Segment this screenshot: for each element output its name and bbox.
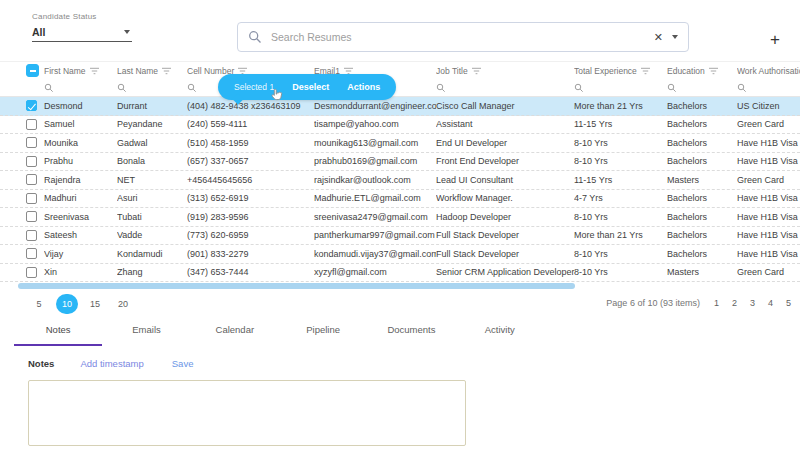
cell: xyzyfl@gmail.com (314, 267, 436, 277)
tab-notes[interactable]: Notes (14, 320, 102, 346)
page-size-option[interactable]: 5 (28, 294, 50, 314)
row-checkbox-cell[interactable] (0, 211, 44, 222)
cell: Have H1B Visa (737, 138, 800, 148)
tab-emails[interactable]: Emails (102, 320, 190, 346)
page-number[interactable]: 1 (714, 298, 719, 308)
cell: Bachelors (667, 212, 737, 222)
row-checkbox[interactable] (26, 193, 37, 204)
row-checkbox[interactable] (26, 100, 37, 111)
row-checkbox-cell[interactable] (0, 119, 44, 130)
cell: rajsindkar@outlook.com (314, 175, 436, 185)
table-row[interactable]: MadhuriAsuri(313) 652-6919Madhurie.ETL@g… (0, 190, 800, 209)
row-checkbox[interactable] (26, 211, 37, 222)
cell: 8-10 Yrs (574, 267, 667, 277)
column-header[interactable]: First Name (44, 66, 117, 76)
column-search-input[interactable] (436, 83, 574, 93)
page-number[interactable]: 3 (750, 298, 755, 308)
row-checkbox[interactable] (26, 137, 37, 148)
chevron-down-icon (124, 30, 130, 34)
candidate-status-filter[interactable]: Candidate Status All (32, 12, 132, 42)
row-checkbox[interactable] (26, 248, 37, 259)
cell: mounikag613@gmail.com (314, 138, 436, 148)
row-checkbox-cell[interactable] (0, 230, 44, 241)
add-candidate-button[interactable]: + (770, 30, 780, 50)
search-input[interactable]: Search Resumes (271, 31, 645, 43)
clear-search-icon[interactable]: ✕ (654, 31, 663, 44)
column-header[interactable]: Education (667, 66, 737, 76)
page-number-list: 12345 (714, 298, 791, 308)
filter-icon[interactable] (90, 67, 99, 75)
page-number[interactable]: 5 (786, 298, 791, 308)
candidate-status-dropdown[interactable]: All (32, 23, 132, 42)
page-size-option[interactable]: 15 (84, 294, 106, 314)
row-checkbox-cell[interactable] (0, 248, 44, 259)
cell: pantherkumar997@gmail.com (314, 230, 436, 240)
row-checkbox[interactable] (26, 174, 37, 185)
table-row[interactable]: SateeshVadde(773) 620-6959pantherkumar99… (0, 227, 800, 246)
column-search-input[interactable] (737, 83, 800, 93)
actions-button[interactable]: Actions (347, 82, 380, 92)
notes-title: Notes (28, 358, 54, 369)
row-checkbox[interactable] (26, 156, 37, 167)
table-row[interactable]: MounikaGadwal(510) 458-1959mounikag613@g… (0, 134, 800, 153)
row-checkbox[interactable] (26, 119, 37, 130)
filter-icon[interactable] (641, 67, 650, 75)
cell: Masters (667, 267, 737, 277)
cell: Have H1B Visa (737, 249, 800, 259)
horizontal-scrollbar[interactable] (18, 283, 575, 289)
column-search-input[interactable] (44, 83, 117, 93)
row-checkbox-cell[interactable] (0, 137, 44, 148)
column-header[interactable]: Last Name (117, 66, 187, 76)
table-row[interactable]: SamuelPeyandane(240) 559-4111tisampe@yah… (0, 116, 800, 135)
filter-icon[interactable] (472, 67, 481, 75)
deselect-button[interactable]: Deselect (292, 82, 329, 92)
tab-activity[interactable]: Activity (456, 320, 544, 346)
page-size-option[interactable]: 10 (56, 294, 78, 314)
column-header-label: Job Title (436, 66, 468, 76)
cell: (347) 653-7444 (187, 267, 314, 277)
notes-textarea[interactable] (28, 380, 466, 446)
tab-calendar[interactable]: Calendar (191, 320, 279, 346)
row-checkbox[interactable] (26, 230, 37, 241)
row-checkbox-cell[interactable] (0, 100, 44, 111)
column-header[interactable]: Work Authorisation (737, 66, 800, 76)
search-resumes-box[interactable]: Search Resumes ✕ (237, 22, 689, 52)
search-icon (248, 30, 262, 44)
row-checkbox-cell[interactable] (0, 193, 44, 204)
column-search-input[interactable] (117, 83, 187, 93)
page-number[interactable]: 4 (768, 298, 773, 308)
filter-icon[interactable] (709, 67, 718, 75)
row-checkbox-cell[interactable] (0, 156, 44, 167)
tab-documents[interactable]: Documents (367, 320, 455, 346)
table-row[interactable]: VijayKondamudi(901) 833-2279kondamudi.vi… (0, 245, 800, 264)
filter-icon[interactable] (162, 67, 171, 75)
cell: Bachelors (667, 138, 737, 148)
column-search-input[interactable] (667, 83, 737, 93)
table-row[interactable]: DesmondDurrant(404) 482-9438 x236463109D… (0, 97, 800, 116)
tab-pipeline[interactable]: Pipeline (279, 320, 367, 346)
cell: (404) 482-9438 x236463109 (187, 101, 314, 111)
row-checkbox-cell[interactable] (0, 174, 44, 185)
pagination-status: Page 6 of 10 (93 items) (606, 298, 700, 308)
save-note-link[interactable]: Save (172, 358, 194, 369)
cell: Assistant (436, 119, 574, 129)
cell: sreenivasa2479@gmail.com (314, 212, 436, 222)
table-row[interactable]: RajendraNET+456445645656rajsindkar@outlo… (0, 171, 800, 190)
row-checkbox[interactable] (26, 267, 37, 278)
column-search-input[interactable] (574, 83, 667, 93)
column-header[interactable]: Total Experience (574, 66, 667, 76)
add-timestamp-link[interactable]: Add timestamp (80, 358, 143, 369)
column-header-label: Work Authorisation (737, 66, 800, 76)
column-header[interactable]: Job Title (436, 66, 574, 76)
table-row[interactable]: PrabhuBonala(657) 337-0657prabhub0169@gm… (0, 153, 800, 172)
table-row[interactable]: SreenivasaTubati(919) 283-9596sreenivasa… (0, 208, 800, 227)
search-icon (667, 83, 677, 93)
search-options-caret-icon[interactable] (672, 35, 678, 39)
row-checkbox-cell[interactable] (0, 267, 44, 278)
cell: (510) 458-1959 (187, 138, 314, 148)
page-size-option[interactable]: 20 (112, 294, 134, 314)
table-row[interactable]: XinZhang(347) 653-7444xyzyfl@gmail.comSe… (0, 264, 800, 283)
header-checkbox-cell[interactable] (0, 64, 44, 77)
select-all-checkbox[interactable] (26, 64, 39, 77)
page-number[interactable]: 2 (732, 298, 737, 308)
